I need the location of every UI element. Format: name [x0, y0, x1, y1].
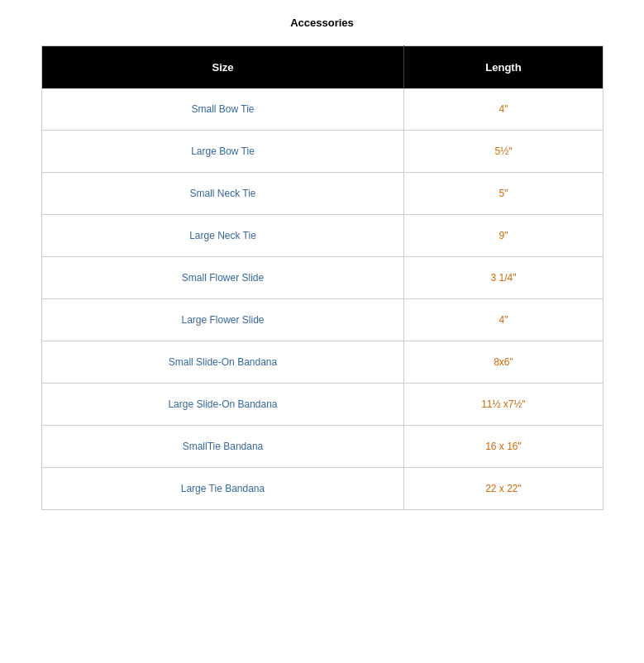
- table-row: Large Flower Slide4": [41, 299, 603, 341]
- page-title: Accessories: [290, 17, 354, 29]
- size-cell: Large Tie Bandana: [41, 468, 404, 510]
- accessories-table: Size Length Small Bow Tie4"Large Bow Tie…: [41, 45, 603, 510]
- length-cell: 5½": [404, 131, 603, 173]
- size-cell: Small Bow Tie: [41, 88, 404, 131]
- table-row: SmallTie Bandana16 x 16": [41, 426, 603, 468]
- length-header: Length: [404, 46, 603, 89]
- table-row: Small Bow Tie4": [41, 88, 603, 131]
- table-row: Large Neck Tie9": [41, 215, 603, 257]
- length-cell: 3 1/4": [404, 257, 603, 299]
- table-row: Small Neck Tie5": [41, 173, 603, 215]
- table-row: Small Slide-On Bandana8x6": [41, 341, 603, 384]
- size-cell: Large Bow Tie: [41, 131, 404, 173]
- table-row: Small Flower Slide3 1/4": [41, 257, 603, 299]
- size-cell: Small Slide-On Bandana: [41, 341, 404, 384]
- length-cell: 4": [404, 299, 603, 341]
- length-cell: 16 x 16": [404, 426, 603, 468]
- table-row: Large Tie Bandana22 x 22": [41, 468, 603, 510]
- size-cell: Small Neck Tie: [41, 173, 404, 215]
- length-cell: 8x6": [404, 341, 603, 384]
- length-cell: 9": [404, 215, 603, 257]
- size-cell: Large Flower Slide: [41, 299, 404, 341]
- length-cell: 11½ x7½": [404, 384, 603, 426]
- table-row: Large Bow Tie5½": [41, 131, 603, 173]
- length-cell: 22 x 22": [404, 468, 603, 510]
- size-cell: SmallTie Bandana: [41, 426, 404, 468]
- size-cell: Large Neck Tie: [41, 215, 404, 257]
- length-cell: 4": [404, 88, 603, 131]
- length-cell: 5": [404, 173, 603, 215]
- size-header: Size: [41, 46, 404, 89]
- size-cell: Small Flower Slide: [41, 257, 404, 299]
- size-cell: Large Slide-On Bandana: [41, 384, 404, 426]
- table-row: Large Slide-On Bandana11½ x7½": [41, 384, 603, 426]
